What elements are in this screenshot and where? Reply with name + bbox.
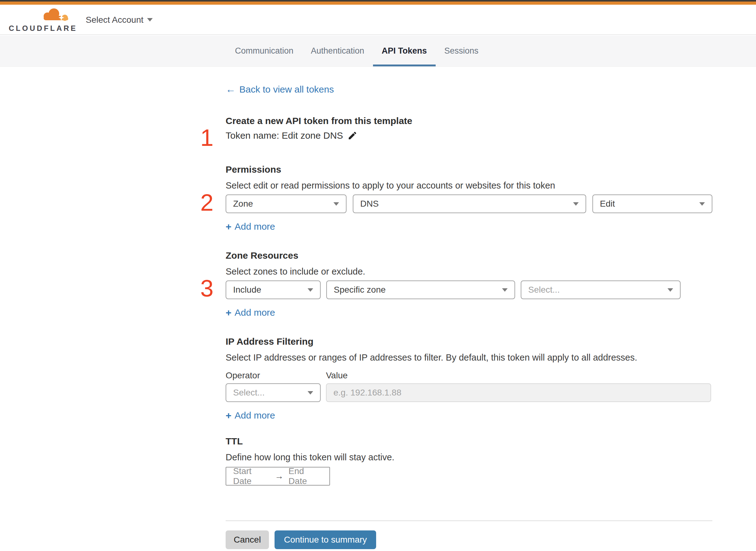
ip-value-input (326, 383, 711, 402)
tab-api-tokens[interactable]: API Tokens (373, 36, 436, 66)
permission-resource-select[interactable]: DNS (353, 194, 586, 213)
token-name-text: Token name: Edit zone DNS (226, 130, 343, 141)
chevron-down-icon (147, 18, 153, 21)
chevron-down-icon (699, 202, 705, 206)
tab-label: Communication (235, 46, 293, 56)
ip-filtering-title: IP Address Filtering (226, 335, 712, 348)
permissions-section: Permissions Select edit or read permissi… (226, 163, 712, 232)
ttl-section: TTL Define how long this token will stay… (226, 435, 712, 486)
zone-resources-description: Select zones to include or exclude. (226, 265, 712, 278)
back-to-tokens-link[interactable]: ← Back to view all tokens (226, 83, 334, 95)
cloudflare-cloud-icon (40, 8, 70, 23)
ip-filtering-add-more-link[interactable]: + Add more (226, 410, 275, 421)
zone-resources-add-more-link[interactable]: + Add more (226, 307, 275, 318)
permissions-title: Permissions (226, 163, 712, 176)
token-template-section: Create a new API token from this templat… (226, 115, 712, 141)
zone-resources-section: Zone Resources Select zones to include o… (226, 249, 712, 318)
step-number-1: 1 (197, 126, 216, 150)
permission-resource-value: DNS (360, 199, 379, 209)
zone-type-select[interactable]: Specific zone (326, 281, 515, 299)
operator-label: Operator (226, 370, 326, 381)
token-template-title: Create a new API token from this templat… (226, 115, 712, 127)
tab-label: Sessions (445, 46, 479, 56)
plus-icon: + (226, 221, 231, 231)
header: CLOUDFLARE Select Account (0, 5, 756, 35)
ip-filtering-section: IP Address Filtering Select IP addresses… (226, 335, 712, 421)
back-link-label: Back to view all tokens (239, 84, 334, 95)
add-more-label: Add more (235, 307, 275, 318)
plus-icon: + (226, 308, 231, 318)
zone-picker-placeholder: Select... (528, 285, 560, 295)
chevron-down-icon (307, 391, 313, 395)
tab-bar: Communication Authentication API Tokens … (0, 36, 756, 67)
ip-filtering-description: Select IP addresses or ranges of IP addr… (226, 352, 712, 363)
step-number-3: 3 (197, 277, 216, 300)
value-label: Value (326, 370, 348, 381)
plus-icon: + (226, 411, 231, 420)
permission-access-value: Edit (600, 199, 615, 209)
zone-picker-select[interactable]: Select... (521, 281, 681, 299)
operator-select[interactable]: Select... (226, 383, 321, 402)
permission-access-select[interactable]: Edit (592, 194, 712, 213)
tab-label: API Tokens (382, 46, 427, 56)
tab-label: Authentication (311, 46, 364, 56)
tab-authentication[interactable]: Authentication (302, 36, 373, 66)
add-more-label: Add more (235, 410, 275, 421)
cloudflare-logo[interactable]: CLOUDFLARE (9, 7, 70, 33)
edit-pencil-icon[interactable] (347, 131, 357, 140)
zone-mode-select[interactable]: Include (226, 281, 321, 299)
continue-to-summary-button[interactable]: Continue to summary (274, 530, 376, 549)
zone-mode-value: Include (233, 285, 261, 295)
cancel-button[interactable]: Cancel (226, 530, 269, 549)
chevron-down-icon (573, 202, 579, 206)
cloudflare-logo-text: CLOUDFLARE (9, 24, 77, 33)
start-date-placeholder: Start Date (233, 466, 270, 486)
arrow-right-icon: → (275, 471, 283, 481)
add-more-label: Add more (235, 221, 275, 232)
ttl-date-range-picker[interactable]: Start Date → End Date (226, 467, 330, 486)
tabs: Communication Authentication API Tokens … (226, 36, 487, 66)
back-arrow-icon: ← (226, 83, 235, 95)
chevron-down-icon (333, 202, 339, 206)
footer-divider (226, 520, 712, 521)
permission-scope-select[interactable]: Zone (226, 194, 346, 213)
step-number-2: 2 (197, 191, 216, 214)
tab-communication[interactable]: Communication (226, 36, 302, 66)
permission-scope-value: Zone (233, 199, 253, 209)
zone-resources-title: Zone Resources (226, 249, 712, 262)
chevron-down-icon (668, 288, 673, 292)
end-date-placeholder: End Date (288, 466, 322, 486)
tab-sessions[interactable]: Sessions (436, 36, 487, 66)
account-selector[interactable]: Select Account (86, 5, 153, 35)
ttl-description: Define how long this token will stay act… (226, 451, 712, 463)
ttl-title: TTL (226, 435, 712, 448)
operator-placeholder: Select... (233, 388, 264, 398)
permissions-description: Select edit or read permissions to apply… (226, 179, 712, 191)
chevron-down-icon (307, 288, 313, 292)
brand-orange-bar (0, 2, 756, 5)
zone-type-value: Specific zone (334, 285, 386, 295)
account-selector-label: Select Account (86, 15, 143, 25)
chevron-down-icon (502, 288, 508, 292)
footer-actions: Cancel Continue to summary (226, 530, 376, 549)
permissions-add-more-link[interactable]: + Add more (226, 221, 275, 232)
